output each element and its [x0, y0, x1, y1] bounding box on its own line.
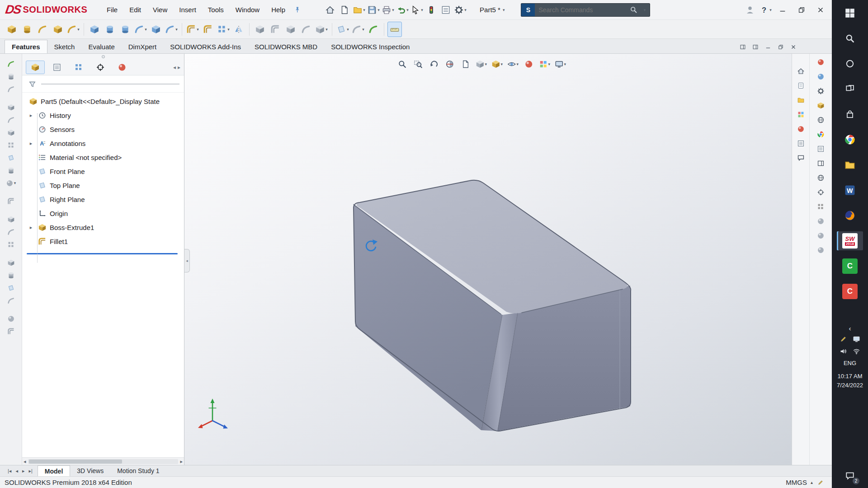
- revolved-cut-icon[interactable]: [118, 22, 132, 37]
- lofted-cut-icon[interactable]: [149, 22, 163, 37]
- linear-pattern-icon[interactable]: [216, 22, 231, 37]
- revolved-boss-icon[interactable]: [20, 22, 34, 37]
- tab-model[interactable]: Model: [38, 465, 70, 476]
- scroll-right-icon[interactable]: ▸: [180, 459, 183, 465]
- new-document-icon[interactable]: [338, 3, 351, 17]
- apply-scene-icon[interactable]: [538, 57, 551, 71]
- unit-system[interactable]: MMGS: [786, 479, 807, 486]
- replace-face-icon[interactable]: [5, 270, 16, 281]
- tab-features[interactable]: Features: [5, 40, 47, 53]
- start-button[interactable]: [837, 4, 863, 23]
- appearance-red-icon[interactable]: [816, 56, 826, 67]
- reference-geometry-icon[interactable]: [335, 22, 350, 37]
- task-view-icon[interactable]: [837, 80, 863, 99]
- panel-resize-handle[interactable]: [22, 54, 184, 60]
- filter-input-line[interactable]: [41, 84, 179, 84]
- edit-appearance-icon[interactable]: [522, 57, 535, 71]
- file-properties-icon[interactable]: [439, 3, 453, 17]
- offset-surface-icon[interactable]: [5, 165, 16, 176]
- pin-menu-icon[interactable]: [292, 5, 302, 15]
- menu-edit[interactable]: Edit: [124, 3, 146, 16]
- prev-tab-icon[interactable]: ◂: [14, 468, 19, 474]
- solidworks-forum-icon[interactable]: [795, 152, 806, 163]
- graphics-area[interactable]: ◂: [184, 54, 792, 465]
- undercut-analysis-icon[interactable]: [5, 326, 16, 337]
- word-icon[interactable]: [837, 181, 863, 200]
- expand-arrow-icon[interactable]: ▸: [28, 141, 34, 146]
- tab-motion-study-1[interactable]: Motion Study 1: [110, 465, 166, 476]
- doc-minimize-icon[interactable]: [764, 43, 772, 51]
- doc-restore-icon[interactable]: [777, 43, 785, 51]
- tree-item-annotations[interactable]: ▸ Annotations: [22, 136, 184, 150]
- filled-surface-icon[interactable]: [5, 140, 16, 150]
- search-scope-caret[interactable]: [639, 5, 650, 15]
- tree-horizontal-scrollbar[interactable]: ◂ ▸: [22, 457, 184, 465]
- tree-item-front-plane[interactable]: Front Plane: [22, 164, 184, 178]
- tree-item-top-plane[interactable]: Top Plane: [22, 178, 184, 192]
- save-icon[interactable]: [367, 3, 380, 17]
- home-icon[interactable]: [323, 3, 337, 17]
- shell-icon[interactable]: [283, 22, 298, 37]
- language-indicator[interactable]: ENG: [844, 360, 856, 366]
- sphere-2-icon[interactable]: [816, 230, 826, 241]
- hole-wizard-icon[interactable]: [103, 22, 117, 37]
- window-layout-icon[interactable]: [816, 158, 826, 169]
- display-icon[interactable]: [853, 335, 860, 343]
- appearance-blue-icon[interactable]: [816, 71, 826, 82]
- tree-item-sensors[interactable]: Sensors: [22, 122, 184, 136]
- browser-icon[interactable]: [816, 129, 826, 140]
- extruded-cut-icon[interactable]: [87, 22, 102, 37]
- display-style-icon[interactable]: [490, 57, 504, 71]
- document-title[interactable]: Part5 *: [480, 6, 505, 14]
- swept-cut-icon[interactable]: [133, 22, 148, 37]
- tree-item-fillet1[interactable]: Fillet1: [22, 235, 184, 249]
- parting-line-icon[interactable]: [5, 295, 16, 306]
- store-icon[interactable]: [837, 105, 863, 124]
- hide-show-items-icon[interactable]: [506, 57, 519, 71]
- lofted-surface-icon[interactable]: [5, 114, 16, 125]
- tab-sketch[interactable]: Sketch: [47, 40, 82, 53]
- pane-right-icon[interactable]: [751, 43, 760, 51]
- measure-icon[interactable]: [387, 22, 402, 37]
- world-icon[interactable]: [816, 114, 826, 125]
- knit-surface-icon[interactable]: [5, 196, 16, 206]
- hidden-icons-chevron[interactable]: ‹: [837, 323, 863, 333]
- tree-item-history[interactable]: ▸ History: [22, 108, 184, 122]
- close-button[interactable]: [812, 3, 829, 17]
- displaymanager-tab[interactable]: [113, 61, 132, 74]
- planar-surface-icon[interactable]: [5, 152, 16, 163]
- model-view[interactable]: [184, 54, 792, 465]
- solidworks-resources-icon[interactable]: [795, 66, 806, 76]
- file-explorer-taskbar-icon[interactable]: [837, 155, 863, 174]
- dynamic-annotation-views-icon[interactable]: [458, 57, 472, 71]
- menu-view[interactable]: View: [147, 3, 173, 16]
- expand-arrow-icon[interactable]: ▸: [28, 113, 34, 118]
- pattern-dots-icon[interactable]: [816, 201, 826, 212]
- solidworks-2018-taskbar-icon[interactable]: SW 2018: [837, 231, 863, 250]
- pen-input-icon[interactable]: [840, 335, 847, 343]
- trim-surface-icon[interactable]: [5, 226, 16, 237]
- clock[interactable]: 10:17 AM 7/24/2022: [837, 372, 863, 389]
- chrome-icon[interactable]: [837, 130, 863, 149]
- instant3d-icon[interactable]: [366, 22, 381, 37]
- zoom-to-area-icon[interactable]: [411, 57, 425, 71]
- network-icon[interactable]: [853, 347, 860, 355]
- sphere-3-icon[interactable]: [816, 244, 826, 255]
- swept-boss-icon[interactable]: [35, 22, 50, 37]
- open-icon[interactable]: [352, 3, 366, 17]
- taskbar-search-icon[interactable]: [837, 29, 863, 48]
- undo-icon[interactable]: [396, 3, 409, 17]
- surface-flyout-icon[interactable]: [5, 178, 16, 188]
- edit-tags-icon[interactable]: [816, 479, 825, 487]
- boundary-surface-icon[interactable]: [5, 127, 16, 138]
- search-commands-box[interactable]: S: [521, 3, 650, 17]
- print-icon[interactable]: [381, 3, 395, 17]
- scrollbar-track[interactable]: [28, 459, 179, 464]
- view-settings-icon[interactable]: [553, 57, 567, 71]
- notes-icon[interactable]: [816, 143, 826, 154]
- camtasia-icon[interactable]: C: [837, 257, 863, 276]
- fillet-icon[interactable]: [185, 22, 200, 37]
- curves-icon[interactable]: [351, 22, 365, 37]
- appearances-scenes-icon[interactable]: [795, 123, 806, 134]
- tab-dimxpert[interactable]: DimXpert: [122, 40, 164, 53]
